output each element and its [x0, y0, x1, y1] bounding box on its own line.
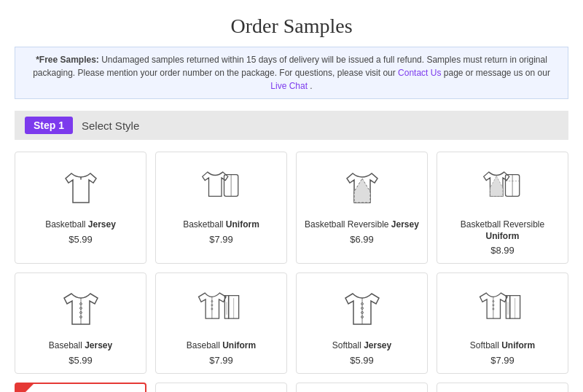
item-name-softball-jersey: Softball Jersey [332, 340, 391, 352]
item-price-basketball-jersey: $5.99 [69, 234, 93, 245]
item-card-football-uniform[interactable]: Football Uniform$7.99 [155, 383, 287, 392]
step-badge: Step 1 [25, 117, 73, 134]
item-icon-basketball-reversible-uniform [477, 162, 528, 213]
page-title: Order Samples [0, 0, 583, 47]
item-price-baseball-jersey: $5.99 [69, 355, 93, 366]
item-icon-basketball-reversible-jersey [337, 162, 388, 213]
item-name-softball-uniform: Softball Uniform [470, 340, 535, 352]
live-chat-link[interactable]: Live Chat [270, 81, 308, 91]
item-card-basketball-reversible-uniform[interactable]: Basketball Reversible Uniform$8.99 [437, 152, 568, 264]
notice-bold: *Free Samples: [36, 55, 99, 65]
item-card-softball-uniform[interactable]: Softball Uniform$7.99 [437, 273, 568, 374]
item-price-softball-jersey: $5.99 [350, 355, 374, 366]
contact-link[interactable]: Contact Us [398, 68, 441, 78]
item-price-basketball-uniform: $7.99 [209, 234, 233, 245]
item-icon-basketball-uniform [196, 162, 247, 213]
item-icon-softball-uniform [477, 283, 528, 334]
item-card-football-jersey[interactable]: Football Jersey$5.99 [15, 383, 146, 392]
item-card-volleyball-jersey[interactable]: Volleyball Jersey$5.99 [296, 383, 428, 392]
item-name-baseball-jersey: Baseball Jersey [49, 340, 112, 352]
item-name-basketball-reversible-uniform: Basketball Reversible Uniform [443, 219, 562, 242]
item-card-basketball-reversible-jersey[interactable]: Basketball Reversible Jersey$6.99 [296, 152, 428, 264]
item-card-baseball-uniform[interactable]: Baseball Uniform$7.99 [155, 273, 287, 374]
item-icon-basketball-jersey [55, 162, 106, 213]
notice-end: . [310, 81, 312, 91]
item-icon-softball-jersey [337, 283, 388, 334]
item-card-baseball-jersey[interactable]: Baseball Jersey$5.99 [15, 273, 146, 374]
item-name-basketball-jersey: Basketball Jersey [45, 219, 116, 231]
item-icon-baseball-jersey [55, 283, 106, 334]
item-price-baseball-uniform: $7.99 [209, 355, 233, 366]
item-name-basketball-uniform: Basketball Uniform [183, 219, 259, 231]
item-card-basketball-jersey[interactable]: Basketball Jersey$5.99 [15, 152, 146, 264]
item-price-basketball-reversible-jersey: $6.99 [350, 234, 374, 245]
item-name-basketball-reversible-jersey: Basketball Reversible Jersey [305, 219, 419, 231]
notice-middle: page or message us on our [444, 68, 550, 78]
item-card-basketball-uniform[interactable]: Basketball Uniform$7.99 [155, 152, 287, 264]
item-icon-baseball-uniform [196, 283, 247, 334]
step-bar: Step 1 Select Style [15, 111, 568, 140]
step-label: Select Style [82, 119, 139, 132]
item-card-volleyball-uniform[interactable]: Volleyball Uniform$7.99 [437, 383, 568, 392]
notice-box: *Free Samples: Undamaged samples returne… [15, 47, 568, 99]
item-price-basketball-reversible-uniform: $8.99 [490, 245, 514, 256]
item-card-softball-jersey[interactable]: Softball Jersey$5.99 [296, 273, 428, 374]
item-name-baseball-uniform: Baseball Uniform [187, 340, 256, 352]
item-price-softball-uniform: $7.99 [490, 355, 514, 366]
items-grid: Basketball Jersey$5.99 Basketball Unifor… [0, 152, 583, 392]
